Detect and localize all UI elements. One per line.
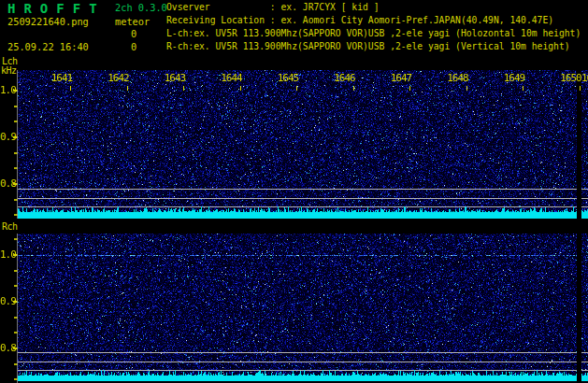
time-label: 1641 (50, 73, 74, 84)
datetime-label: 25.09.22 16:40 (7, 42, 89, 52)
time-label: 1646 (333, 73, 357, 84)
app-title: HROFFT (7, 2, 106, 16)
time-label: 1648 (446, 73, 470, 84)
time-tick (466, 86, 467, 91)
time-label: 1647 (389, 73, 413, 84)
hrofft-screen: HROFFT 2ch 0.3.0 2509221640.png meteor 0… (0, 0, 588, 383)
time-tick (70, 86, 71, 91)
time-label: 1642 (107, 73, 131, 84)
time-tick (353, 86, 354, 91)
time-label-partial: 16 (581, 73, 588, 84)
freq-axis-line (17, 234, 18, 383)
rch-spectrogram (18, 234, 588, 383)
time-tick (296, 86, 297, 91)
time-label: 1649 (502, 73, 526, 84)
freq-unit-label: kHz (1, 66, 17, 77)
time-tick (580, 86, 581, 91)
time-tick (409, 86, 410, 91)
time-label: 1644 (220, 73, 244, 84)
rch-rig-info: R-ch:ex. UV5R 113.900Mhz(SAPPORO VOR)USB… (166, 42, 570, 51)
time-tick (240, 86, 241, 91)
app-version: 2ch 0.3.0 (115, 3, 167, 13)
observer-info: Ovserver : ex. JR7CYX [ kid ] (166, 3, 379, 12)
mode-label: meteor (115, 17, 150, 27)
filename-label: 2509221640.png (7, 17, 89, 27)
time-label: 1643 (163, 73, 187, 84)
time-label: 1645 (276, 73, 300, 84)
lch-rig-info: L-ch:ex. UV5R 113.900Mhz(SAPPORO VOR)USB… (166, 29, 581, 38)
time-label: 1650 (559, 73, 583, 84)
rch-channel-label: Rch (2, 222, 18, 233)
lch-spectrogram (18, 70, 588, 219)
time-tick (523, 86, 523, 91)
freq-axis-line (17, 70, 18, 219)
lch-count: 0 (131, 29, 136, 39)
rch-count: 0 (131, 42, 136, 52)
time-tick (183, 86, 184, 91)
time-tick (127, 86, 128, 91)
location-info: Receiving Location : ex. Aomori City Aom… (166, 16, 553, 25)
